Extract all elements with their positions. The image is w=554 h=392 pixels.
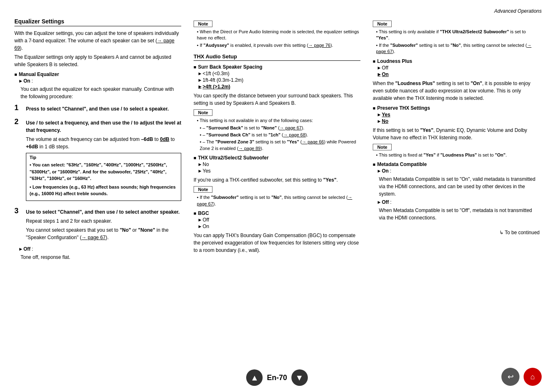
- surr-opt2-text: 1ft-4ft (0.3m-1.2m): [203, 77, 243, 83]
- note2-items: This setting is not available in any of …: [194, 118, 360, 152]
- bgc-on: On: [199, 224, 360, 229]
- metadata-on-desc: When Metadata Compatible is set to "On",…: [379, 175, 540, 198]
- page-number: En-70: [267, 374, 287, 382]
- loudness-off: Off: [378, 65, 540, 71]
- page68-link[interactable]: → page 68: [283, 132, 305, 137]
- back-button[interactable]: ↩: [501, 368, 519, 386]
- page89-link[interactable]: → page 89: [238, 146, 261, 151]
- col3-note2-items: This setting is fixed at "Yes" if "Loudn…: [373, 152, 540, 158]
- surr-back-desc: You can specify the distance between you…: [194, 92, 360, 107]
- metadata-on-desc-container: When Metadata Compatible is set to "On",…: [379, 175, 540, 198]
- preserve-label: Preserve THX Settings: [377, 105, 430, 111]
- on-description: You can adjust the equalizer for each sp…: [21, 85, 181, 100]
- page67-link-surr[interactable]: → page 67: [279, 125, 302, 130]
- page76-link[interactable]: → page 76: [308, 43, 330, 48]
- equalizer-intro-1: With the Equalizer settings, you can adj…: [14, 30, 181, 52]
- surr-opt3-text: >4ft (>1.2m): [203, 84, 230, 90]
- thx-sub-header: THX Ultra2/Select2 Subwoofer: [194, 155, 360, 161]
- note1-item1: When the Direct or Pure Audio listening …: [194, 29, 360, 42]
- note1-item2: If "Audyssey" is enabled, it prevails ov…: [194, 42, 360, 48]
- metadata-off-desc-container: When Metadata Compatible is set to "Off"…: [379, 207, 540, 221]
- col3-settings: Note This setting is only available if "…: [371, 18, 542, 235]
- metadata-off-label: Off: [382, 199, 389, 205]
- tip-item1: • You can select: "63Hz", "160Hz", "400H…: [30, 161, 178, 182]
- on-desc-text: You can adjust the equalizer for each sp…: [21, 85, 181, 100]
- off-label: Off: [23, 246, 30, 252]
- loudness-label: Loudness Plus: [377, 58, 412, 64]
- step3-content: Use to select "Channel", and then use / …: [26, 207, 181, 243]
- note3-items: If the "Subwoofer" setting is set to "No…: [194, 194, 360, 207]
- thx-sub-label: THX Ultra2/Select2 Subwoofer: [198, 155, 269, 161]
- metadata-label: Metadata Compatible: [377, 161, 427, 167]
- page69-link[interactable]: → page 69: [14, 38, 174, 51]
- loudness-on-text: On: [382, 71, 389, 77]
- footer-nav-icons: ↩ ⌂: [501, 368, 542, 386]
- home-button[interactable]: ⌂: [524, 368, 542, 386]
- col2-thx: Note When the Direct or Pure Audio liste…: [192, 18, 362, 256]
- page-footer: ▲ En-70 ▼ ↩ ⌂: [0, 369, 554, 386]
- bgc-on-text: On: [203, 224, 209, 229]
- step1-content: Press to select "Channel", and then use …: [26, 104, 181, 114]
- surr-opt1: <1ft (<0.3m): [199, 71, 360, 76]
- surr-opt1-text: <1ft (<0.3m): [203, 71, 229, 76]
- tip-box: Tip • You can select: "63Hz", "160Hz", "…: [26, 153, 181, 201]
- loudness-off-text: Off: [382, 65, 388, 71]
- thx-sub-yes: Yes: [199, 168, 360, 174]
- page67-link-step3[interactable]: → page 67: [81, 235, 106, 240]
- note2-item1: This setting is not available in any of …: [194, 118, 360, 124]
- to-be-continued-text: ↳ To be continued: [499, 230, 540, 235]
- col1-equalizer: Equalizer Settings With the Equalizer se…: [12, 18, 183, 263]
- step1-num: 1: [14, 104, 23, 114]
- main-content: Equalizer Settings With the Equalizer se…: [12, 18, 542, 263]
- thx-sub-desc: If you're using a THX-certified subwoofe…: [194, 176, 360, 184]
- step3-text: Use to select "Channel", and then use / …: [26, 208, 181, 216]
- thx-sub-no: No: [199, 161, 360, 167]
- page66-link[interactable]: → page 66: [302, 139, 324, 144]
- surr-opt3: >4ft (>1.2m): [199, 84, 360, 90]
- off-description: Tone off, response flat.: [21, 254, 181, 261]
- bgc-off-text: Off: [203, 217, 209, 223]
- preserve-header: Preserve THX Settings: [373, 105, 540, 111]
- page: Advanced Operations Equalizer Settings W…: [0, 0, 554, 392]
- bgc-header: BGC: [194, 210, 360, 216]
- step2-num: 2: [14, 118, 23, 203]
- col3-note2: Note This setting is fixed at "Yes" if "…: [373, 144, 540, 158]
- loudness-desc: When the "Loudness Plus" setting is set …: [373, 80, 540, 102]
- bgc-label: BGC: [198, 210, 209, 216]
- col2-note2: Note This setting is not available in an…: [194, 109, 360, 152]
- header-title: Advanced Operations: [494, 8, 542, 14]
- tip-item2: • Low frequencies (e.g., 63 Hz) affect b…: [30, 184, 178, 197]
- metadata-header: Metadata Compatible: [373, 161, 540, 167]
- col3-note2-label: Note: [373, 144, 392, 150]
- metadata-on: On:: [378, 168, 540, 174]
- col3-note1-label: Note: [373, 21, 392, 27]
- col3-note1-item2: If the "Subwoofer" setting is set to "No…: [373, 42, 540, 55]
- next-page-button[interactable]: ▼: [291, 369, 308, 386]
- col3-note1: Note This setting is only available if "…: [373, 21, 540, 55]
- step2-text: Use / to select a frequency, and then us…: [26, 119, 181, 134]
- bgc-desc: You can apply THX's Boundary Gain Compen…: [194, 232, 360, 254]
- step2: 2 Use / to select a frequency, and then …: [14, 118, 181, 203]
- note2-item4: – The "Powered Zone 3" setting is set to…: [194, 139, 360, 152]
- surr-back-header: Surr Back Speaker Spacing: [194, 64, 360, 70]
- on-label: On: [23, 78, 30, 84]
- col3-note1-item1: This setting is only available if "THX U…: [373, 29, 540, 42]
- step3: 3 Use to select "Channel", and then use …: [14, 207, 181, 243]
- prev-page-button[interactable]: ▲: [246, 369, 263, 386]
- preserve-no-text: No: [382, 118, 388, 124]
- note3-item1: If the "Subwoofer" setting is set to "No…: [194, 194, 360, 207]
- step2-detail: The volume at each frequency can be adju…: [26, 136, 181, 150]
- step3-num: 3: [14, 207, 23, 243]
- metadata-off-desc: When Metadata Compatible is set to "Off"…: [379, 207, 540, 221]
- note1-label: Note: [194, 21, 212, 27]
- thx-sub-yes-text: Yes: [203, 168, 211, 174]
- note1-items: When the Direct or Pure Audio listening …: [194, 29, 360, 48]
- manual-eq-header: Manual Equalizer: [14, 71, 181, 77]
- preserve-no: No: [378, 118, 540, 124]
- page-header: Advanced Operations: [12, 8, 542, 14]
- note2-item2: – "Surround Back" is set to "None" (→ pa…: [194, 125, 360, 131]
- col2-note1: Note When the Direct or Pure Audio liste…: [194, 21, 360, 48]
- bgc-off: Off: [199, 217, 360, 223]
- on-option: On:: [19, 78, 181, 84]
- step3-detail2: You cannot select speakers that you set …: [26, 226, 181, 241]
